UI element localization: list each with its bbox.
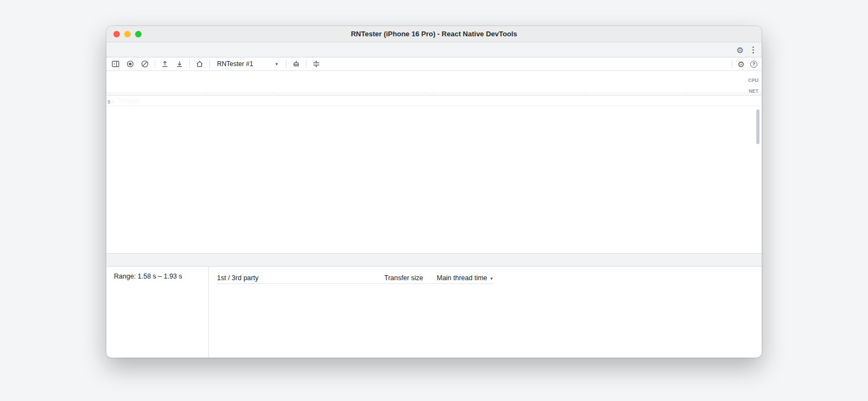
target-selector-dropdown[interactable]: RNTester #1 ▼ <box>215 59 281 69</box>
zoom-window-button[interactable] <box>135 31 142 37</box>
header-main-thread-time[interactable]: Main thread time▼ <box>423 274 494 282</box>
time-ruler <box>106 95 762 106</box>
toggle-sidebar-icon[interactable] <box>111 59 120 69</box>
throttling-tune-icon[interactable] <box>311 59 321 69</box>
party-table: 1st / 3rd party Transfer size Main threa… <box>217 273 494 358</box>
window-title: RNTester (iPhone 16 Pro) - React Native … <box>351 30 518 38</box>
toolbar-separator <box>732 60 732 68</box>
clipped-tick-label: s <box>107 98 111 105</box>
settings-gear-icon[interactable]: ⚙ <box>737 46 744 54</box>
sort-desc-icon: ▼ <box>489 276 494 281</box>
close-window-button[interactable] <box>113 31 120 37</box>
vertical-scrollbar[interactable] <box>756 109 760 144</box>
net-baseline <box>106 93 762 93</box>
range-label: Range: 1.58 s – 1.93 s <box>114 273 208 280</box>
performance-toolbar: RNTester #1 ▼ ⚙ ? <box>106 57 762 71</box>
flame-chart-area[interactable]: ▶Timings s <box>106 95 762 253</box>
party-table-header: 1st / 3rd party Transfer size Main threa… <box>217 273 494 284</box>
traffic-lights <box>113 31 142 37</box>
summary-panel: Range: 1.58 s – 1.93 s 1st / 3rd party T… <box>106 267 762 358</box>
toolbar-separator <box>286 60 286 68</box>
toolbar-separator <box>306 60 307 68</box>
details-tab-bar <box>106 253 762 267</box>
net-lane-label: NET <box>749 88 758 94</box>
collect-garbage-icon[interactable] <box>291 59 301 69</box>
cpu-lane-label: CPU <box>748 77 758 83</box>
load-profile-icon[interactable] <box>160 59 170 69</box>
header-transfer-size[interactable]: Transfer size <box>342 274 423 282</box>
target-selector-value: RNTester #1 <box>217 60 253 68</box>
toolbar-separator <box>209 60 210 68</box>
toolbar-separator <box>155 60 155 68</box>
chevron-down-icon: ▼ <box>275 62 279 67</box>
home-icon[interactable] <box>195 59 205 69</box>
devtools-window: RNTester (iPhone 16 Pro) - React Native … <box>106 26 762 358</box>
minimize-window-button[interactable] <box>124 31 131 37</box>
save-profile-icon[interactable] <box>175 59 184 69</box>
clear-icon[interactable] <box>140 59 150 69</box>
record-icon[interactable] <box>125 59 135 69</box>
toolbar-separator <box>189 60 190 68</box>
more-options-kebab-icon[interactable]: ⋮ <box>749 45 757 55</box>
capture-settings-gear-icon[interactable]: ⚙ <box>738 60 745 68</box>
header-party[interactable]: 1st / 3rd party <box>217 274 342 282</box>
timeline-overview[interactable]: CPU NET <box>106 71 762 95</box>
summary-legend-section: Range: 1.58 s – 1.93 s <box>106 267 209 358</box>
title-bar: RNTester (iPhone 16 Pro) - React Native … <box>106 26 762 42</box>
help-icon[interactable]: ? <box>750 61 757 68</box>
devtools-tab-bar: ⚙ ⋮ <box>106 42 762 57</box>
